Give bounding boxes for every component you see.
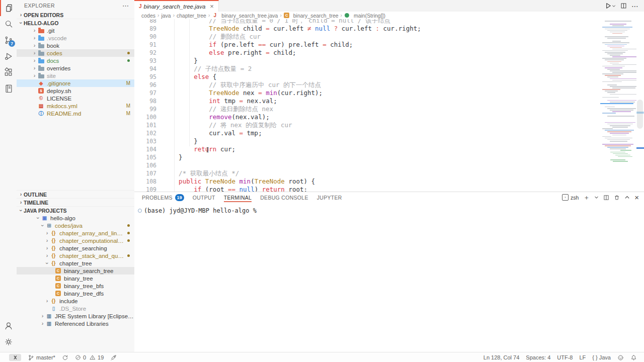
- line-number[interactable]: 108: [134, 177, 161, 186]
- remote-indicator[interactable]: [9, 354, 21, 361]
- tree-item-site[interactable]: ›site: [17, 72, 134, 79]
- line-number[interactable]: 94: [134, 65, 161, 73]
- maximize-panel-button[interactable]: [624, 195, 630, 200]
- line-number[interactable]: 89: [134, 25, 161, 33]
- minimap[interactable]: [600, 19, 636, 192]
- code-line[interactable]: 93 }: [134, 57, 600, 65]
- tree-item--gitignore[interactable]: ›◆.gitignoreM: [17, 79, 134, 87]
- code-line[interactable]: 109 if (root == null) return root;: [134, 186, 600, 192]
- code-line[interactable]: 89 TreeNode child = cur.left ≠ null ? cu…: [134, 25, 600, 33]
- more-actions-icon[interactable]: ⋯: [122, 2, 129, 10]
- code-line[interactable]: 107 /* 获取最小结点 */: [134, 169, 600, 177]
- terminal-picker[interactable]: › zsh: [562, 194, 579, 201]
- status-encoding[interactable]: UTF-8: [557, 354, 573, 360]
- line-number[interactable]: 101: [134, 121, 161, 129]
- tree-item-hello-algo[interactable]: ›▣hello-algo: [17, 214, 134, 222]
- terminal-content[interactable]: (base) jyd@JYD-MBP hello-algo %: [134, 203, 644, 215]
- breadcrumb-item[interactable]: codes: [141, 13, 155, 19]
- more-actions-icon[interactable]: ⋯: [631, 4, 639, 9]
- project-root-section[interactable]: › HELLO-ALGO: [17, 19, 134, 27]
- split-terminal-button[interactable]: [603, 195, 609, 201]
- feedback-button[interactable]: [617, 354, 624, 361]
- line-number[interactable]: 99: [134, 105, 161, 113]
- tree-item-chapter-computational-complexity[interactable]: ›{}chapter_computational_complexity: [17, 237, 134, 244]
- line-number[interactable]: 106: [134, 161, 161, 169]
- tree-item-binary-tree-dfs[interactable]: ›Cbinary_tree_dfs: [17, 290, 134, 297]
- line-number[interactable]: 91: [134, 41, 161, 49]
- overview-ruler[interactable]: [636, 19, 644, 192]
- activity-settings[interactable]: [0, 334, 17, 350]
- line-number[interactable]: 92: [134, 49, 161, 57]
- tree-item-referenced-libraries[interactable]: ›▥Referenced Libraries: [17, 320, 134, 327]
- line-number[interactable]: 103: [134, 137, 161, 145]
- tree-item-deploy-sh[interactable]: ›$deploy.sh: [17, 87, 134, 95]
- panel-tab-output[interactable]: OUTPUT: [193, 192, 215, 203]
- panel-tab-debug-console[interactable]: DEBUG CONSOLE: [260, 192, 308, 203]
- code-line[interactable]: 99 // 递归删除结点 nex: [134, 105, 600, 113]
- code-line[interactable]: 100 remove(nex.val);: [134, 113, 600, 121]
- code-line[interactable]: 91 if (pre.left == cur) pre.left = child…: [134, 41, 600, 49]
- new-terminal-button[interactable]: ＋: [583, 194, 590, 201]
- tree-item-chapter-stack-and-queue[interactable]: ›{}chapter_stack_and_queue: [17, 252, 134, 259]
- code-line[interactable]: 98 int tmp = nex.val;: [134, 97, 600, 105]
- tree-item-docs[interactable]: ›docs: [17, 57, 134, 64]
- kill-terminal-button[interactable]: [614, 195, 620, 201]
- line-number[interactable]: 98: [134, 97, 161, 105]
- line-number[interactable]: 109: [134, 186, 161, 192]
- activity-search[interactable]: [0, 16, 17, 32]
- code-line[interactable]: 96 // 获取中序遍历中 cur 的下一个结点: [134, 81, 600, 89]
- code-line[interactable]: 90 // 删除结点 cur: [134, 33, 600, 41]
- line-number[interactable]: 107: [134, 169, 161, 177]
- line-number[interactable]: 96: [134, 81, 161, 89]
- java-projects-section[interactable]: › JAVA PROJECTS: [17, 206, 134, 214]
- breadcrumb-item[interactable]: Jbinary_search_tree.java: [212, 12, 278, 19]
- run-java-button[interactable]: [604, 2, 616, 10]
- line-number[interactable]: 100: [134, 113, 161, 121]
- code-editor[interactable]: 88 // 当子结点数量 = 0 / 1 时， child = null / 该…: [134, 19, 600, 192]
- breadcrumb-item[interactable]: java: [161, 13, 171, 19]
- split-editor-button[interactable]: [620, 3, 627, 9]
- tree-item-license[interactable]: ›©LICENSE: [17, 95, 134, 102]
- panel-tab-jupyter[interactable]: JUPYTER: [317, 192, 342, 203]
- notifications-bell[interactable]: [630, 354, 637, 361]
- tab-binary-search-tree-java[interactable]: J binary_search_tree.java ×: [134, 0, 219, 12]
- tree-item--vscode[interactable]: ›.vscode: [17, 34, 134, 42]
- tree-item-chapter-tree[interactable]: ›{}chapter_tree: [17, 259, 134, 267]
- line-number[interactable]: 105: [134, 153, 161, 161]
- launch-button[interactable]: [110, 354, 117, 361]
- tree-item-mkdocs-yml[interactable]: ›▤mkdocs.ymlM: [17, 102, 134, 110]
- code-line[interactable]: 104 return cur;: [134, 145, 600, 153]
- breadcrumb-item[interactable]: main(String[]): [344, 12, 385, 19]
- code-line[interactable]: 95 else {: [134, 73, 600, 81]
- tree-item-codes-java[interactable]: ›⊞codes/java: [17, 222, 134, 229]
- code-line[interactable]: 103 }: [134, 137, 600, 145]
- line-number[interactable]: 93: [134, 57, 161, 65]
- status-cursor-position[interactable]: Ln 128, Col 74: [484, 354, 520, 360]
- tree-item--ds-store[interactable]: ›▯.DS_Store: [17, 305, 134, 312]
- tree-item-chapter-array-and-linkedlist[interactable]: ›{}chapter_array_and_linkedlist: [17, 229, 134, 237]
- git-branch-status[interactable]: master*: [28, 354, 55, 361]
- breadcrumb-item[interactable]: Cbinary_search_tree: [284, 12, 339, 19]
- code-line[interactable]: 97 TreeNode nex = min(cur.right);: [134, 89, 600, 97]
- tree-item-include[interactable]: ›{}include: [17, 297, 134, 305]
- tree-item--git[interactable]: ›.git: [17, 27, 134, 34]
- open-editors-section[interactable]: › OPEN EDITORS: [17, 11, 134, 19]
- timeline-section[interactable]: › TIMELINE: [17, 198, 134, 206]
- activity-extensions[interactable]: [0, 64, 17, 80]
- line-number[interactable]: 102: [134, 129, 161, 137]
- activity-run-and-debug[interactable]: [0, 48, 17, 64]
- code-line[interactable]: 101 // 将 nex 的值复制给 cur: [134, 121, 600, 129]
- tree-item-codes[interactable]: ›codes: [17, 49, 134, 57]
- activity-source-control[interactable]: 7: [0, 32, 17, 48]
- code-line[interactable]: 108 public TreeNode min(TreeNode root) {: [134, 177, 600, 186]
- code-line[interactable]: 94 // 子结点数量 = 2: [134, 65, 600, 73]
- status-indentation[interactable]: Spaces: 4: [526, 354, 550, 360]
- tree-item-readme-md[interactable]: ›ⓘREADME.mdM: [17, 110, 134, 117]
- tree-item-binary-tree[interactable]: ›Cbinary_tree: [17, 275, 134, 282]
- code-line[interactable]: 102 cur.val = tmp;: [134, 129, 600, 137]
- activity-explorer[interactable]: [0, 0, 18, 16]
- activity-notebook[interactable]: [0, 80, 17, 97]
- tree-item-chapter-searching[interactable]: ›{}chapter_searching: [17, 244, 134, 252]
- line-number[interactable]: 95: [134, 73, 161, 81]
- problems-status[interactable]: 019: [75, 354, 104, 360]
